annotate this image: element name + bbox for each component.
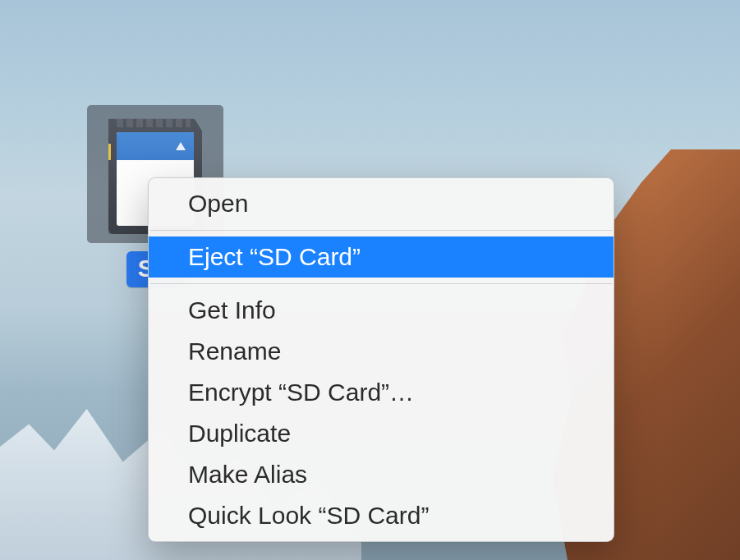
menu-separator — [150, 283, 612, 284]
menu-item-quick-look[interactable]: Quick Look “SD Card” — [149, 495, 614, 536]
menu-item-duplicate[interactable]: Duplicate — [149, 413, 614, 454]
sd-arrow-icon — [176, 142, 186, 150]
menu-item-encrypt[interactable]: Encrypt “SD Card”… — [149, 372, 614, 413]
menu-item-make-alias[interactable]: Make Alias — [149, 454, 614, 495]
sd-contacts-icon — [117, 119, 191, 127]
context-menu[interactable]: Open Eject “SD Card” Get Info Rename Enc… — [148, 177, 614, 542]
sd-label-stripe — [117, 132, 194, 160]
menu-item-eject[interactable]: Eject “SD Card” — [149, 236, 614, 278]
menu-item-get-info[interactable]: Get Info — [149, 290, 614, 331]
menu-item-rename[interactable]: Rename — [149, 331, 614, 372]
menu-item-open[interactable]: Open — [149, 183, 614, 224]
sd-lock-switch-icon — [107, 144, 111, 160]
menu-separator — [150, 230, 612, 231]
